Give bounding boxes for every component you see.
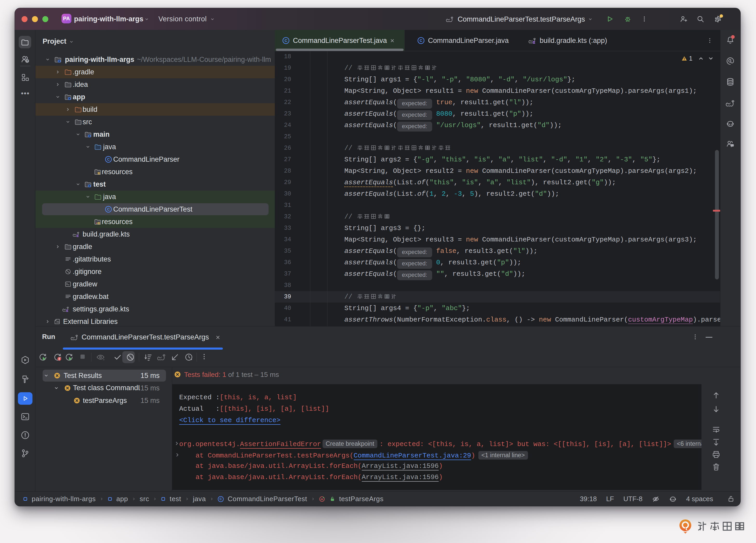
svg-text:C: C [420, 38, 423, 43]
svg-text:C: C [107, 157, 110, 161]
svg-text:C: C [107, 207, 110, 211]
svg-text:C: C [219, 497, 222, 501]
svg-text:m: m [320, 498, 323, 501]
svg-text:C: C [285, 38, 287, 43]
svg-text:?: ? [26, 59, 28, 63]
